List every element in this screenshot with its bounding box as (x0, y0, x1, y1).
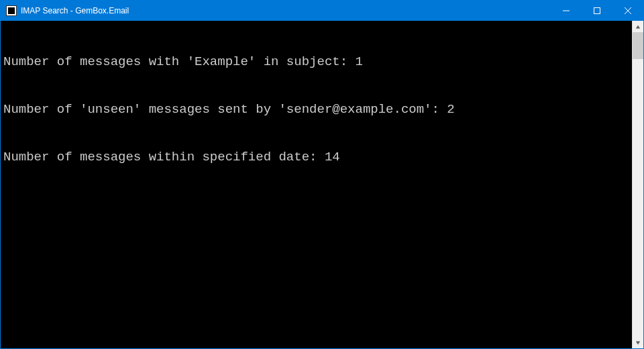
chevron-down-icon (635, 340, 641, 346)
app-icon (6, 5, 17, 16)
scroll-up-button[interactable] (633, 21, 643, 32)
close-icon (625, 7, 631, 14)
svg-marker-5 (636, 341, 640, 344)
minimize-button[interactable] (551, 1, 582, 21)
scroll-thumb[interactable] (633, 32, 643, 59)
svg-marker-4 (636, 25, 640, 28)
console-area: Number of messages with 'Example' in sub… (1, 21, 643, 348)
window-titlebar: IMAP Search - GemBox.Email (1, 1, 643, 21)
minimize-icon (563, 7, 570, 14)
scroll-track[interactable] (633, 32, 643, 337)
scroll-down-button[interactable] (633, 337, 643, 348)
console-line: Number of 'unseen' messages sent by 'sen… (3, 102, 629, 118)
chevron-up-icon (635, 24, 641, 30)
close-button[interactable] (612, 1, 643, 21)
vertical-scrollbar[interactable] (632, 21, 643, 348)
console-line: Number of messages with 'Example' in sub… (3, 54, 629, 70)
svg-rect-1 (594, 8, 600, 14)
console-output[interactable]: Number of messages with 'Example' in sub… (1, 21, 632, 348)
maximize-icon (594, 7, 600, 14)
maximize-button[interactable] (582, 1, 612, 21)
console-line: Number of messages within specified date… (3, 150, 629, 166)
window-controls (551, 1, 643, 21)
window-title: IMAP Search - GemBox.Email (21, 6, 129, 15)
